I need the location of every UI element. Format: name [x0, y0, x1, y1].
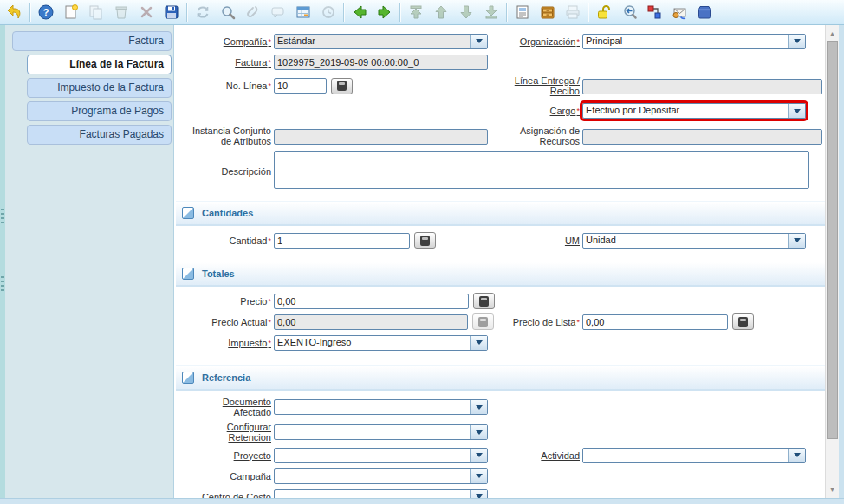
- compania-value: Estándar: [275, 35, 470, 48]
- help-button[interactable]: ?: [33, 2, 58, 23]
- compania-label[interactable]: Compañía: [176, 36, 271, 47]
- precio-actual-input[interactable]: [274, 314, 468, 330]
- um-combobox[interactable]: Unidad: [582, 233, 806, 249]
- campana-label[interactable]: Campaña: [176, 471, 271, 481]
- save-button[interactable]: [159, 2, 184, 23]
- sidebar-tab-programa-de-pagos[interactable]: Programa de Pagos: [27, 101, 172, 121]
- configurar-retencion-combobox[interactable]: [274, 424, 488, 440]
- up-record-icon: [432, 3, 450, 21]
- actividad-label[interactable]: Actividad: [497, 450, 580, 461]
- precio-input[interactable]: [274, 294, 469, 309]
- find-button[interactable]: [215, 2, 240, 23]
- precio-calculator-button[interactable]: [473, 293, 495, 309]
- descripcion-textarea[interactable]: [274, 151, 809, 189]
- report-icon: [514, 3, 531, 21]
- archive-button[interactable]: [535, 2, 560, 23]
- grid-toggle-icon: [295, 3, 312, 21]
- cargo-combobox[interactable]: Efectivo por Depositar: [582, 103, 806, 119]
- last-record-icon: [483, 3, 500, 21]
- form-panel: Compañía Estándar Organización Principal…: [173, 25, 825, 498]
- new-record-button[interactable]: [58, 2, 83, 23]
- lock-button[interactable]: [591, 2, 616, 23]
- instancia-atributos-label: Instancia Conjunto de Atributos: [176, 126, 271, 146]
- cantidad-calculator-button[interactable]: [414, 232, 436, 249]
- delete-record-icon: [113, 3, 130, 21]
- sidebar-tab-factura[interactable]: Factura: [12, 31, 172, 51]
- first-record-button: [403, 2, 428, 23]
- next-record-button[interactable]: [372, 2, 397, 23]
- history-button: [315, 2, 341, 23]
- vertical-scrollbar[interactable]: ▲ ▼: [825, 25, 839, 498]
- copy-record-button: [83, 2, 108, 23]
- centro-costo-label[interactable]: Centro de Costo: [176, 492, 271, 499]
- toolbar-separator: [186, 3, 187, 22]
- no-linea-calculator-button[interactable]: [331, 78, 353, 94]
- chevron-down-icon: [470, 490, 487, 499]
- sidebar-tab-linea-de-la-factura[interactable]: Línea de la Factura: [27, 55, 172, 74]
- delete-selection-icon: [138, 3, 155, 21]
- organizacion-label[interactable]: Organización: [497, 36, 580, 47]
- linea-entrega-label[interactable]: Línea Entrega / Recibo: [497, 75, 580, 96]
- impuesto-combobox[interactable]: EXENTO-Ingreso: [274, 335, 488, 351]
- down-record-icon: [458, 3, 475, 21]
- impuesto-label[interactable]: Impuesto: [176, 338, 271, 348]
- calculator-icon: [420, 236, 430, 246]
- actividad-combobox[interactable]: [582, 448, 806, 463]
- scroll-up-icon[interactable]: ▲: [826, 27, 839, 40]
- chevron-down-icon: [788, 234, 805, 248]
- report-button[interactable]: [510, 2, 535, 23]
- precio-lista-input[interactable]: [582, 314, 728, 330]
- collapse-toggle-icon[interactable]: [182, 372, 194, 384]
- centro-costo-combobox[interactable]: [274, 489, 488, 499]
- panel-splitter[interactable]: [0, 25, 5, 498]
- organizacion-combobox[interactable]: Principal: [582, 34, 806, 49]
- chat-icon: [269, 3, 287, 21]
- section-title: Referencia: [202, 372, 250, 383]
- toolbar: ?: [0, 0, 844, 25]
- toolbar-separator: [343, 3, 344, 22]
- right-edge-strip: [839, 25, 844, 498]
- calculator-icon: [478, 317, 488, 327]
- sidebar-tab-impuesto-de-la-factura[interactable]: Impuesto de la Factura: [27, 78, 172, 98]
- asignacion-recursos-input[interactable]: [582, 129, 822, 145]
- grid-toggle-button[interactable]: [290, 2, 315, 23]
- proyecto-label[interactable]: Proyecto: [176, 450, 271, 461]
- configurar-retencion-value: [275, 425, 470, 439]
- um-label[interactable]: UM: [497, 236, 580, 246]
- previous-record-button[interactable]: [347, 2, 372, 23]
- splitter-grip-icon[interactable]: [1, 276, 4, 294]
- precio-lista-calculator-button[interactable]: [732, 313, 754, 330]
- request-button[interactable]: [666, 2, 691, 23]
- proyecto-combobox[interactable]: [274, 448, 488, 463]
- factura-input[interactable]: [274, 55, 488, 70]
- collapse-toggle-icon[interactable]: [182, 207, 194, 219]
- refresh-button: [190, 2, 215, 23]
- campana-combobox[interactable]: [274, 468, 488, 484]
- factura-label[interactable]: Factura: [176, 57, 271, 68]
- collapse-toggle-icon[interactable]: [182, 268, 194, 280]
- documento-afectado-combobox[interactable]: [274, 399, 488, 415]
- configurar-retencion-label[interactable]: Configurar Retencion: [176, 422, 271, 443]
- chevron-down-icon: [470, 425, 487, 439]
- scrollbar-thumb[interactable]: [827, 41, 838, 439]
- documento-afectado-label[interactable]: Documento Afectado: [176, 397, 271, 417]
- toolbar-separator: [399, 3, 400, 22]
- parent-record-button[interactable]: [2, 2, 27, 23]
- delete-record-button: [108, 2, 133, 23]
- instancia-atributos-input[interactable]: [274, 129, 488, 145]
- cargo-label[interactable]: Cargo: [497, 106, 580, 116]
- history-icon: [320, 3, 337, 21]
- first-record-icon: [407, 3, 425, 21]
- linea-entrega-input[interactable]: [582, 79, 822, 94]
- attachment-icon: [244, 3, 262, 21]
- splitter-grip-icon[interactable]: [1, 209, 4, 226]
- precio-actual-calculator-button: [472, 313, 494, 330]
- scroll-down-icon[interactable]: ▼: [826, 483, 839, 496]
- sidebar-tab-facturas-pagadas[interactable]: Facturas Pagadas: [27, 125, 172, 145]
- product-info-button[interactable]: [691, 2, 717, 23]
- zoom-across-button[interactable]: [616, 2, 641, 23]
- cantidad-input[interactable]: [274, 233, 410, 249]
- no-linea-input[interactable]: [274, 78, 327, 94]
- compania-combobox[interactable]: Estándar: [274, 34, 488, 49]
- workflow-button[interactable]: [641, 2, 666, 23]
